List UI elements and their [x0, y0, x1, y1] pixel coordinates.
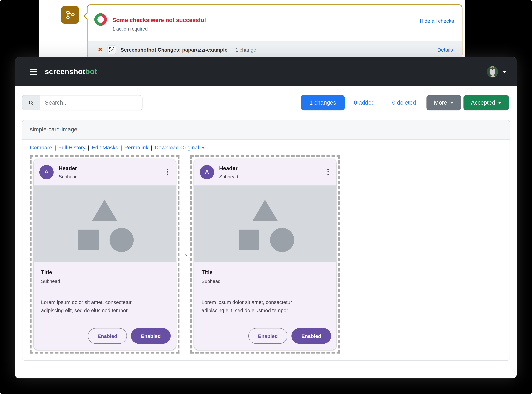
full-history-link[interactable]: Full History — [58, 145, 86, 151]
circle-shape — [110, 228, 134, 252]
app-navbar: screenshotbot — [15, 57, 517, 86]
brand-primary: screenshot — [45, 67, 85, 76]
search-addon — [22, 95, 40, 110]
kebab-menu-icon — [167, 168, 168, 176]
hamburger-menu-icon[interactable] — [30, 67, 37, 76]
screenshot-enabled-button-outlined: Enabled — [248, 328, 287, 344]
caret-down-icon — [498, 102, 502, 104]
material-card: A Header Subhead Title Subhead — [34, 159, 176, 350]
card-subhead: Subhead — [202, 279, 220, 284]
card-title: Title — [41, 270, 52, 275]
separator: | — [151, 145, 152, 151]
more-label: More — [434, 99, 447, 106]
caret-down-icon — [450, 102, 454, 104]
checks-status-donut-icon — [94, 13, 107, 26]
diff-arrow: → — [180, 249, 189, 259]
screenshotbot-check-app-icon — [108, 45, 116, 54]
stage: Some checks were not successful 1 action… — [0, 0, 532, 394]
material-card: A Header Subhead Title Subhead — [194, 159, 336, 350]
checks-status-subtitle: 1 action required — [112, 26, 148, 32]
square-shape — [78, 230, 99, 250]
chevron-down-icon[interactable] — [502, 70, 507, 73]
card-header-row: A Header Subhead — [34, 159, 176, 185]
screenshot-canvas: Some checks were not successful 1 action… — [0, 0, 532, 394]
kebab-menu-icon — [327, 168, 329, 176]
screenshot-enabled-button-filled: Enabled — [291, 328, 331, 344]
body-line-2: adipiscing elit, sed do eiusmod tempor — [41, 307, 128, 313]
card-header-subhead: Subhead — [219, 174, 238, 179]
report-links-row: Compare | Full History | Edit Masks | Pe… — [30, 145, 205, 151]
card-body-text: Lorem ipsum dolor sit amet, consectetura… — [41, 298, 160, 315]
card-header-row: A Header Subhead — [194, 159, 336, 185]
compare-link[interactable]: Compare — [30, 145, 52, 151]
user-menu[interactable] — [487, 66, 507, 77]
report-card: simple-card-image Compare | Full History… — [22, 120, 510, 361]
card-title: Title — [202, 270, 213, 275]
changes-count-button[interactable]: 1 changes — [301, 95, 345, 110]
github-checks-panel: Some checks were not successful 1 action… — [87, 5, 462, 58]
toolbar: 1 changes 0 added 0 deleted More Accepte… — [15, 95, 517, 110]
user-avatar[interactable] — [487, 66, 498, 77]
card-header-text: Header Subhead — [219, 165, 238, 179]
body-line-1: Lorem ipsum dolor sit amet, consectetur — [202, 299, 292, 305]
screenshotbot-app-window: screenshotbot 1 changes 0 added 0 delete… — [15, 57, 517, 378]
added-count-link[interactable]: 0 added — [354, 95, 375, 110]
brand-accent: bot — [85, 67, 97, 76]
accepted-dropdown-button[interactable]: Accepted — [463, 95, 509, 110]
card-subhead: Subhead — [41, 279, 60, 284]
screenshot-enabled-button-filled: Enabled — [131, 328, 171, 344]
accepted-label: Accepted — [471, 99, 495, 106]
commit-status-app-icon — [61, 6, 79, 24]
card-header-text: Header Subhead — [59, 165, 78, 179]
body-line-1: Lorem ipsum dolor sit amet, consectetur — [41, 299, 132, 305]
caret-down-icon — [201, 147, 205, 149]
screenshot-name-header: simple-card-image — [22, 120, 510, 140]
permalink-link[interactable]: Permalink — [124, 145, 148, 151]
search-group — [22, 95, 142, 110]
card-body-text: Lorem ipsum dolor sit amet, consectetura… — [202, 298, 320, 315]
card-header-subhead: Subhead — [59, 174, 78, 179]
check-name: Screenshotbot Changes: paparazzi-example — [121, 47, 228, 52]
search-input[interactable] — [40, 95, 142, 110]
screenshot-check-glyph-icon — [109, 47, 115, 52]
brand-logo[interactable]: screenshotbot — [45, 67, 97, 76]
body-line-2: adipiscing elit, sed do eiusmod tempor — [202, 307, 288, 313]
screenshot-after-image[interactable]: A Header Subhead Title Subhead — [190, 155, 340, 353]
card-avatar: A — [200, 165, 214, 179]
card-header-title: Header — [219, 165, 238, 171]
screenshot-before-image[interactable]: A Header Subhead Title Subhead — [30, 155, 179, 353]
card-media-placeholder — [194, 185, 336, 262]
card-avatar: A — [39, 165, 54, 179]
edit-masks-link[interactable]: Edit Masks — [92, 145, 118, 151]
checks-status-title: Some checks were not successful — [112, 17, 206, 24]
separator: | — [121, 145, 122, 151]
separator: | — [88, 145, 89, 151]
square-shape — [239, 230, 259, 250]
hide-all-checks-link[interactable]: Hide all checks — [420, 18, 454, 24]
circle-shape — [270, 228, 294, 252]
screenshot-enabled-button-outlined: Enabled — [88, 328, 127, 344]
check-row-text: Screenshotbot Changes: paparazzi-example… — [121, 47, 256, 52]
check-change-count: — 1 change — [229, 47, 256, 52]
git-branch-icon — [64, 9, 76, 21]
more-dropdown-button[interactable]: More — [426, 95, 461, 110]
card-header-title: Header — [59, 165, 78, 171]
check-failed-x-icon: ✕ — [98, 47, 103, 52]
details-link[interactable]: Details — [437, 47, 453, 52]
separator: | — [55, 145, 56, 151]
deleted-count-link[interactable]: 0 deleted — [392, 95, 416, 110]
triangle-shape — [252, 200, 278, 221]
triangle-shape — [92, 200, 117, 221]
check-row: ✕ Screenshotbot Changes: paparazzi-examp… — [87, 41, 462, 59]
card-media-placeholder — [34, 185, 176, 262]
search-icon — [28, 100, 34, 105]
download-original-link[interactable]: Download Original — [155, 145, 199, 151]
